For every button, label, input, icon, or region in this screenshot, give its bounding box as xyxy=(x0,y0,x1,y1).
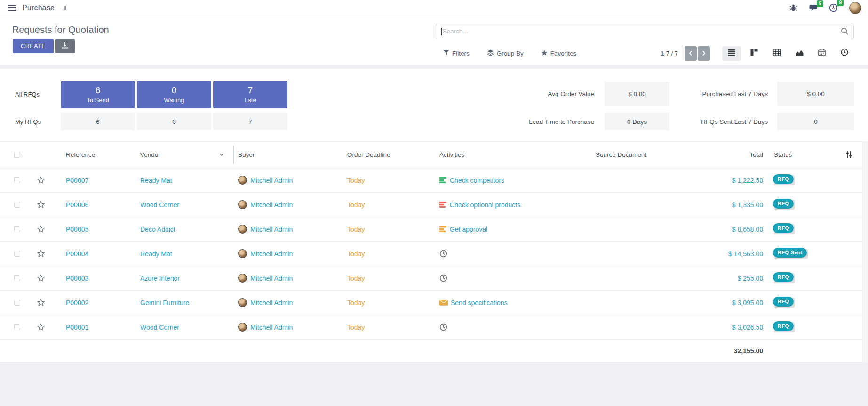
app-name[interactable]: Purchase xyxy=(22,4,55,12)
reference-link[interactable]: P00003 xyxy=(66,275,88,282)
reference-link[interactable]: P00005 xyxy=(66,226,88,233)
column-header-order-deadline[interactable]: Order Deadline xyxy=(347,142,390,168)
pivot-view-button[interactable] xyxy=(767,46,786,61)
total-amount[interactable]: $ 1,222.50 xyxy=(732,177,763,184)
vendor-link[interactable]: Gemini Furniture xyxy=(140,299,189,307)
pager-previous-button[interactable] xyxy=(685,46,697,61)
select-all-checkbox[interactable] xyxy=(14,152,20,158)
buyer-link[interactable]: Mitchell Admin xyxy=(250,177,293,184)
favorite-star-icon[interactable] xyxy=(37,323,45,331)
apps-menu-icon[interactable] xyxy=(8,5,16,11)
row-checkbox[interactable] xyxy=(14,202,20,208)
reference-link[interactable]: P00007 xyxy=(66,177,88,184)
favorite-star-icon[interactable] xyxy=(37,250,45,258)
column-header-buyer[interactable]: Buyer xyxy=(238,142,255,168)
activity-link[interactable]: Get approval xyxy=(450,226,487,233)
buyer-link[interactable]: Mitchell Admin xyxy=(250,324,293,331)
vendor-link[interactable]: Wood Corner xyxy=(140,324,179,331)
table-row[interactable]: P00005Deco AddictMitchell AdminTodayGet … xyxy=(0,217,868,242)
column-header-status[interactable]: Status xyxy=(774,142,792,168)
group-by-button[interactable]: Group By xyxy=(487,49,524,57)
my-waiting-count[interactable]: 0 xyxy=(137,113,211,130)
total-amount[interactable]: $ 255.00 xyxy=(738,275,764,282)
my-to-send-count[interactable]: 6 xyxy=(61,113,135,130)
activity-link[interactable]: Check competitors xyxy=(450,177,504,184)
vendor-link[interactable]: Azure Interior xyxy=(140,275,180,282)
user-avatar[interactable] xyxy=(849,2,861,14)
activity-link[interactable]: Send specifications xyxy=(451,299,508,307)
reference-link[interactable]: P00004 xyxy=(66,250,88,258)
vendor-link[interactable]: Deco Addict xyxy=(140,226,175,233)
search-input[interactable]: Search... xyxy=(436,24,854,39)
kanban-view-button[interactable] xyxy=(745,46,764,61)
activity-link[interactable]: Check optional products xyxy=(450,201,520,209)
column-header-vendor[interactable]: Vendor xyxy=(140,142,160,168)
search-icon[interactable] xyxy=(841,27,849,35)
debug-bug-icon[interactable] xyxy=(789,4,797,12)
row-checkbox[interactable] xyxy=(14,251,20,257)
reference-link[interactable]: P00002 xyxy=(66,299,88,307)
total-amount[interactable]: $ 14,563.00 xyxy=(728,250,763,258)
graph-view-button[interactable] xyxy=(790,46,809,61)
download-button[interactable] xyxy=(55,39,75,53)
row-checkbox[interactable] xyxy=(14,324,20,330)
favorite-star-icon[interactable] xyxy=(37,274,45,282)
total-amount[interactable]: $ 3,095.00 xyxy=(732,299,763,307)
favorite-star-icon[interactable] xyxy=(37,176,45,184)
buyer-link[interactable]: Mitchell Admin xyxy=(250,275,293,282)
vendor-link[interactable]: Ready Mat xyxy=(140,177,172,184)
activity-envelope-icon[interactable] xyxy=(439,300,448,306)
activity-tasks-icon[interactable] xyxy=(439,201,447,208)
list-view-button[interactable] xyxy=(722,46,741,61)
buyer-link[interactable]: Mitchell Admin xyxy=(250,201,293,209)
activity-tasks-icon[interactable] xyxy=(439,226,447,233)
activities-clock-icon[interactable]: 9 xyxy=(829,3,838,12)
favorite-star-icon[interactable] xyxy=(37,299,45,307)
pager-next-button[interactable] xyxy=(698,46,710,61)
row-checkbox[interactable] xyxy=(14,300,20,306)
column-header-reference[interactable]: Reference xyxy=(66,142,95,168)
activity-view-button[interactable] xyxy=(835,46,854,61)
tile-to-send[interactable]: 6 To Send xyxy=(61,81,135,108)
buyer-link[interactable]: Mitchell Admin xyxy=(250,299,293,307)
table-row[interactable]: P00002Gemini FurnitureMitchell AdminToda… xyxy=(0,291,868,315)
favorites-button[interactable]: Favorites xyxy=(541,49,577,57)
scrollbar-gutter[interactable] xyxy=(862,141,868,363)
create-button[interactable]: CREATE xyxy=(13,39,54,53)
vendor-link[interactable]: Wood Corner xyxy=(140,201,179,209)
total-amount[interactable]: $ 8,658.00 xyxy=(732,226,763,233)
table-row[interactable]: P00001Wood CornerMitchell AdminToday$ 3,… xyxy=(0,315,868,340)
messages-icon[interactable]: 5 xyxy=(809,4,818,12)
vendor-link[interactable]: Ready Mat xyxy=(140,250,172,258)
calendar-view-button[interactable] xyxy=(812,46,831,61)
table-row[interactable]: P00003Azure InteriorMitchell AdminToday$… xyxy=(0,266,868,291)
my-late-count[interactable]: 7 xyxy=(213,113,287,130)
new-tab-button[interactable]: + xyxy=(63,4,68,12)
column-header-source-document[interactable]: Source Document xyxy=(596,142,646,168)
total-amount[interactable]: $ 1,335.00 xyxy=(732,201,763,209)
row-checkbox[interactable] xyxy=(14,275,20,281)
buyer-link[interactable]: Mitchell Admin xyxy=(250,250,293,258)
row-checkbox[interactable] xyxy=(14,226,20,232)
favorite-star-icon[interactable] xyxy=(37,201,45,209)
activity-tasks-icon[interactable] xyxy=(439,177,447,184)
buyer-link[interactable]: Mitchell Admin xyxy=(250,226,293,233)
table-row[interactable]: P00007Ready MatMitchell AdminTodayCheck … xyxy=(0,168,868,193)
tile-waiting[interactable]: 0 Waiting xyxy=(137,81,211,108)
table-row[interactable]: P00006Wood CornerMitchell AdminTodayChec… xyxy=(0,193,868,217)
reference-link[interactable]: P00001 xyxy=(66,324,88,331)
table-row[interactable]: P00004Ready MatMitchell AdminToday$ 14,5… xyxy=(0,242,868,266)
column-divider[interactable] xyxy=(233,146,234,164)
optional-columns-icon[interactable] xyxy=(845,142,853,168)
reference-link[interactable]: P00006 xyxy=(66,201,88,209)
tile-late[interactable]: 7 Late xyxy=(213,81,287,108)
filters-button[interactable]: Filters xyxy=(443,49,470,57)
favorite-star-icon[interactable] xyxy=(37,225,45,233)
column-header-total[interactable]: Total xyxy=(673,142,763,168)
sort-chevron-down-icon[interactable] xyxy=(219,142,224,168)
activity-clock-icon[interactable] xyxy=(439,274,447,282)
row-checkbox[interactable] xyxy=(14,177,20,183)
activity-clock-icon[interactable] xyxy=(439,250,447,258)
column-header-activities[interactable]: Activities xyxy=(439,142,464,168)
total-amount[interactable]: $ 3,026.50 xyxy=(732,324,763,331)
